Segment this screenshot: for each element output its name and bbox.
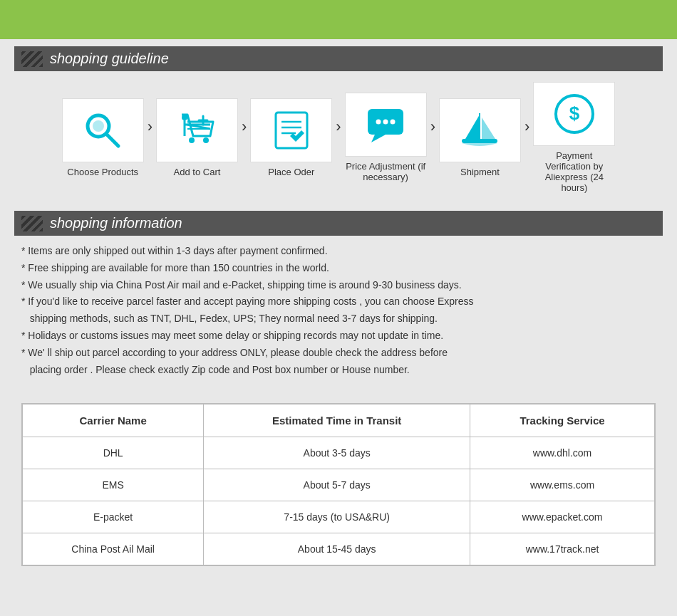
step-add-to-cart-label: Add to Cart — [174, 167, 221, 177]
step-payment-verification-label: Payment Verification by Aliexpress (24 h… — [533, 150, 615, 193]
shipping-table-container: Carrier Name Estimated Time in Transit T… — [21, 403, 656, 566]
ship-icon — [458, 109, 501, 152]
transit-china-post: About 15-45 days — [204, 533, 470, 565]
svg-rect-12 — [276, 113, 307, 148]
step-place-order-label: Place Oder — [268, 167, 314, 177]
step-price-adjustment-label: Price Adjustment (if necessary) — [345, 161, 427, 182]
search-icon — [81, 109, 124, 152]
step-payment-verification: $ Payment Verification by Aliexpress (24… — [533, 82, 615, 193]
tracking-china-post: www.17track.net — [470, 533, 655, 565]
header-decoration — [21, 51, 43, 67]
chat-icon — [364, 103, 407, 146]
green-header-bar — [0, 0, 677, 39]
info-line-6: * We' ll ship out parcel according to yo… — [21, 345, 656, 379]
arrow-2: › — [242, 118, 247, 157]
info-section-header: shopping information — [14, 211, 663, 236]
step-payment-verification-icon-box: $ — [533, 82, 615, 146]
step-shipment: Shipment — [439, 98, 521, 177]
payment-icon: $ — [553, 93, 596, 135]
shipping-table: Carrier Name Estimated Time in Transit T… — [22, 404, 655, 565]
arrow-4: › — [430, 118, 435, 157]
step-shipment-label: Shipment — [460, 167, 500, 177]
table-header-tracking: Tracking Service — [470, 404, 655, 437]
table-row: E-packet 7-15 days (to USA&RU) www.epack… — [23, 501, 655, 533]
tracking-ems: www.ems.com — [470, 469, 655, 501]
table-row: China Post Ail Mail About 15-45 days www… — [23, 533, 655, 565]
carrier-dhl: DHL — [23, 437, 204, 469]
info-line-3: * We usually ship via China Post Air mai… — [21, 277, 656, 294]
tracking-dhl: www.dhl.com — [470, 437, 655, 469]
transit-dhl: About 3-5 days — [204, 437, 470, 469]
step-add-to-cart: Add to Cart — [156, 98, 238, 177]
svg-point-18 — [376, 120, 381, 125]
svg-marker-17 — [371, 135, 386, 142]
step-place-order-icon-box — [250, 98, 332, 162]
table-row: EMS About 5-7 days www.ems.com — [23, 469, 655, 501]
transit-ems: About 5-7 days — [204, 469, 470, 501]
step-choose-products-label: Choose Products — [67, 167, 138, 177]
svg-line-1 — [106, 134, 118, 146]
step-place-order: Place Oder — [250, 98, 332, 177]
table-header-row: Carrier Name Estimated Time in Transit T… — [23, 404, 655, 437]
table-header-carrier: Carrier Name — [23, 404, 204, 437]
svg-point-20 — [391, 120, 396, 125]
carrier-ems: EMS — [23, 469, 204, 501]
info-line-1: * Items are only shipped out within 1-3 … — [21, 243, 656, 260]
svg-point-2 — [93, 120, 104, 132]
table-row: DHL About 3-5 days www.dhl.com — [23, 437, 655, 469]
carrier-epacket: E-packet — [23, 501, 204, 533]
svg-text:$: $ — [569, 103, 580, 124]
info-title: shopping information — [50, 215, 182, 231]
svg-point-8 — [203, 137, 209, 143]
info-line-4: * If you'd like to receive parcel faster… — [21, 293, 656, 328]
step-add-to-cart-icon-box — [156, 98, 238, 162]
arrow-3: › — [336, 118, 341, 157]
table-header-transit: Estimated Time in Transit — [204, 404, 470, 437]
step-shipment-icon-box — [439, 98, 521, 162]
svg-point-19 — [383, 120, 388, 125]
svg-marker-21 — [465, 115, 480, 139]
tracking-epacket: www.epacket.com — [470, 501, 655, 533]
cart-icon — [176, 109, 219, 152]
transit-epacket: 7-15 days (to USA&RU) — [204, 501, 470, 533]
step-price-adjustment: Price Adjustment (if necessary) — [345, 93, 427, 182]
info-header-decoration — [21, 216, 43, 231]
info-line-2: * Free shipping are available for more t… — [21, 260, 656, 277]
arrow-1: › — [148, 118, 153, 157]
guideline-section-header: shopping guideline — [14, 46, 663, 71]
svg-marker-22 — [482, 118, 495, 139]
step-choose-products: Choose Products — [62, 98, 144, 177]
order-icon — [270, 109, 313, 152]
step-choose-products-icon-box — [62, 98, 144, 162]
info-line-5: * Holidays or customs issues may meet so… — [21, 328, 656, 345]
shopping-info-content: * Items are only shipped out within 1-3 … — [0, 236, 677, 392]
carrier-china-post: China Post Ail Mail — [23, 533, 204, 565]
guideline-title: shopping guideline — [50, 51, 169, 67]
arrow-5: › — [524, 118, 529, 157]
steps-container: Choose Products › Add to Cart › — [0, 71, 677, 204]
svg-point-7 — [189, 137, 195, 143]
step-price-adjustment-icon-box — [345, 93, 427, 157]
